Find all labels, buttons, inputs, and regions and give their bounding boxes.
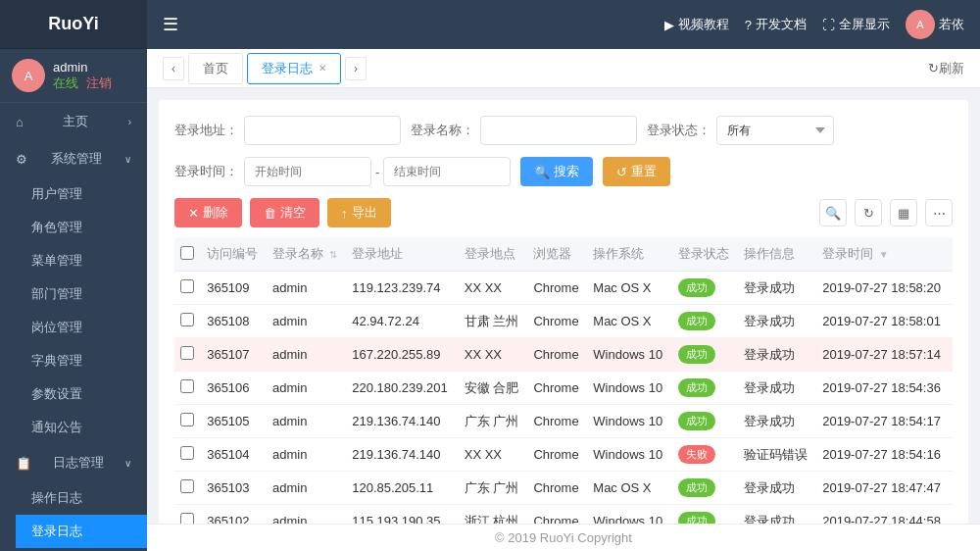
cell-status: 成功 [672, 372, 738, 405]
search-button[interactable]: 🔍 搜索 [520, 157, 593, 186]
reset-icon: ↺ [616, 165, 627, 179]
cell-status: 成功 [672, 472, 738, 505]
column-settings-btn[interactable]: ▦ [890, 199, 917, 226]
cell-name: admin [267, 272, 346, 305]
cell-id: 365109 [201, 272, 267, 305]
col-name[interactable]: 登录名称 ⇅ [267, 237, 346, 272]
start-time-input[interactable] [244, 157, 371, 186]
cell-status: 成功 [672, 305, 738, 338]
sidebar-item-dept-mgmt[interactable]: 部门管理 [16, 277, 147, 311]
date-range: - [244, 157, 511, 186]
cell-address: 119.123.239.74 [346, 272, 459, 305]
cell-os: Windows 10 [587, 338, 672, 372]
user-info: admin 在线 注销 [53, 60, 112, 92]
fullscreen-btn[interactable]: ⛶ 全屏显示 [822, 16, 890, 33]
cell-address: 115.193.190.35 [346, 505, 459, 525]
clear-button[interactable]: 🗑 清空 [250, 198, 319, 227]
main-content: ☰ ▶ 视频教程 ? 开发文档 ⛶ 全屏显示 A 若依 [147, 0, 980, 551]
row-checkbox[interactable] [180, 446, 194, 460]
more-btn[interactable]: ⋯ [925, 199, 953, 226]
sidebar-item-system[interactable]: ⚙ 系统管理 ∨ [0, 140, 147, 177]
chevron-down-icon: ∨ [124, 154, 131, 165]
col-os: 操作系统 [587, 237, 672, 272]
content-area: 登录地址： 登录名称： 登录状态： 所有 成功 失败 [147, 88, 980, 524]
sidebar-nav: ⌂ 主页 › ⚙ 系统管理 ∨ 用户管理 角色管理 菜单管理 部门管理 岗位管理… [0, 103, 147, 551]
row-checkbox[interactable] [180, 513, 194, 524]
sidebar-item-dict-mgmt[interactable]: 字典管理 [16, 344, 147, 377]
refresh-btn[interactable]: ↻刷新 [928, 60, 964, 77]
sidebar-item-role-mgmt[interactable]: 角色管理 [16, 211, 147, 244]
sidebar-item-op-log[interactable]: 操作日志 [16, 481, 147, 515]
sidebar-item-post-mgmt[interactable]: 岗位管理 [16, 311, 147, 344]
search-tool-btn[interactable]: 🔍 [819, 199, 847, 226]
row-checkbox[interactable] [180, 479, 194, 493]
sidebar-item-log-mgmt[interactable]: 📋 日志管理 ∨ [0, 444, 147, 481]
login-status-select[interactable]: 所有 成功 失败 [716, 116, 834, 145]
cell-os: Mac OS X [587, 472, 672, 505]
toolbar-right: 🔍 ↻ ▦ ⋯ [819, 199, 953, 226]
tab-login-log[interactable]: 登录日志 ✕ [247, 53, 341, 84]
dev-docs-btn[interactable]: ? 开发文档 [745, 16, 807, 33]
table-row: 365107 admin 167.220.255.89 XX XX Chrome… [174, 338, 953, 372]
sidebar-item-param-settings[interactable]: 参数设置 [16, 377, 147, 411]
delete-icon: ✕ [188, 206, 199, 221]
cell-location: 安徽 合肥 [459, 372, 528, 405]
select-all-checkbox[interactable] [180, 246, 194, 260]
cell-address: 219.136.74.140 [346, 438, 459, 472]
cell-id: 365107 [201, 338, 267, 372]
sidebar-item-login-log[interactable]: 登录日志 [16, 515, 147, 548]
login-name-input[interactable] [480, 116, 637, 145]
row-checkbox[interactable] [180, 279, 194, 293]
col-info: 操作信息 [738, 237, 816, 272]
topbar-left: ☰ [163, 14, 178, 35]
export-button[interactable]: ↑ 导出 [327, 198, 391, 227]
sidebar-item-home[interactable]: ⌂ 主页 › [0, 103, 147, 140]
tabs-bar: ‹ 首页 登录日志 ✕ › ↻刷新 [147, 49, 980, 88]
cell-time: 2019-07-27 18:47:47 [816, 472, 953, 505]
cell-id: 365102 [201, 505, 267, 525]
cell-location: XX XX [459, 272, 528, 305]
sidebar-item-menu-mgmt[interactable]: 菜单管理 [16, 244, 147, 277]
row-checkbox[interactable] [180, 379, 194, 393]
cell-status: 成功 [672, 405, 738, 438]
delete-button[interactable]: ✕ 删除 [174, 198, 242, 227]
tab-home[interactable]: 首页 [188, 53, 243, 84]
tab-prev-btn[interactable]: ‹ [163, 57, 184, 80]
menu-toggle-icon[interactable]: ☰ [163, 14, 178, 35]
tabs-right: ↻刷新 [928, 60, 964, 77]
row-checkbox[interactable] [180, 413, 194, 426]
row-checkbox[interactable] [180, 346, 194, 360]
video-icon: ▶ [664, 18, 674, 32]
cell-address: 42.94.72.24 [346, 305, 459, 338]
end-time-input[interactable] [383, 157, 511, 186]
topbar-right: ▶ 视频教程 ? 开发文档 ⛶ 全屏显示 A 若依 [664, 10, 964, 39]
status-badge: 失败 [678, 445, 715, 464]
cell-time: 2019-07-27 18:54:17 [816, 405, 953, 438]
cell-time: 2019-07-27 18:58:20 [816, 272, 953, 305]
footer: © 2019 RuoYi Copyright [147, 524, 980, 551]
login-address-input[interactable] [244, 116, 401, 145]
col-time[interactable]: 登录时间 ▼ [816, 237, 953, 272]
cell-status: 成功 [672, 272, 738, 305]
user-menu-btn[interactable]: A 若依 [906, 10, 964, 39]
login-name-group: 登录名称： [411, 116, 637, 145]
gear-icon: ⚙ [16, 152, 27, 167]
cell-time: 2019-07-27 18:57:14 [816, 338, 953, 372]
refresh-tool-btn[interactable]: ↻ [855, 199, 882, 226]
reset-button[interactable]: ↺ 重置 [603, 157, 670, 186]
cell-name: admin [267, 438, 346, 472]
tab-next-btn[interactable]: › [345, 57, 367, 80]
cell-browser: Chrome [527, 438, 587, 472]
cell-status: 成功 [672, 505, 738, 525]
cell-id: 365106 [201, 372, 267, 405]
home-icon: ⌂ [16, 115, 24, 129]
sidebar-item-notice[interactable]: 通知公告 [16, 411, 147, 444]
logout-link[interactable]: 注销 [86, 75, 112, 90]
sidebar-item-user-mgmt[interactable]: 用户管理 [16, 177, 147, 211]
video-tutorial-btn[interactable]: ▶ 视频教程 [664, 16, 729, 33]
row-checkbox[interactable] [180, 313, 194, 326]
status-badge: 成功 [678, 345, 715, 364]
tab-close-icon[interactable]: ✕ [318, 63, 326, 74]
cell-time: 2019-07-27 18:44:58 [816, 505, 953, 525]
login-address-group: 登录地址： [174, 116, 401, 145]
